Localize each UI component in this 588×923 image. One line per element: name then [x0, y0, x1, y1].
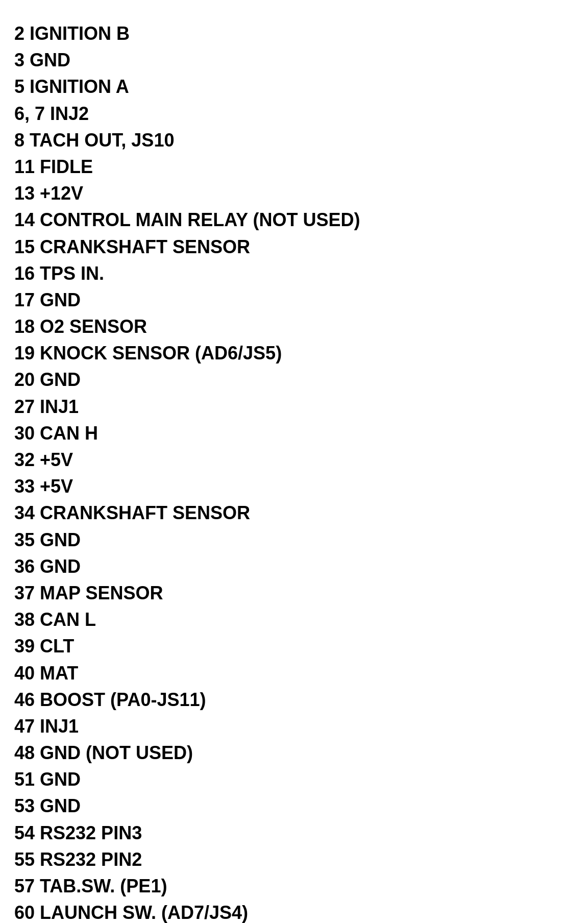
pin-37: 37 MAP SENSOR [14, 580, 574, 606]
pin-39: 39 CLT [14, 633, 574, 660]
pin-list: 2 IGNITION B3 GND5 IGNITION A6, 7 INJ28 … [14, 20, 574, 923]
pin-54: 54 RS232 PIN3 [14, 820, 574, 846]
pin-35: 35 GND [14, 527, 574, 553]
pin-40: 40 MAT [14, 660, 574, 687]
pin-27: 27 INJ1 [14, 394, 574, 420]
pin-6-7: 6, 7 INJ2 [14, 101, 574, 127]
pin-15: 15 CRANKSHAFT SENSOR [14, 234, 574, 260]
pin-38: 38 CAN L [14, 606, 574, 633]
pin-55: 55 RS232 PIN2 [14, 846, 574, 873]
pin-46: 46 BOOST (PA0-JS11) [14, 687, 574, 713]
pin-16: 16 TPS IN. [14, 260, 574, 287]
pin-3: 3 GND [14, 47, 574, 74]
pin-18: 18 O2 SENSOR [14, 313, 574, 340]
pin-51: 51 GND [14, 766, 574, 793]
pin-2: 2 IGNITION B [14, 20, 574, 47]
pin-36: 36 GND [14, 553, 574, 580]
pin-57: 57 TAB.SW. (PE1) [14, 873, 574, 900]
pin-33: 33 +5V [14, 473, 574, 500]
pin-47: 47 INJ1 [14, 713, 574, 740]
pin-48: 48 GND (NOT USED) [14, 740, 574, 766]
pin-32: 32 +5V [14, 447, 574, 473]
pin-34: 34 CRANKSHAFT SENSOR [14, 500, 574, 526]
pin-5: 5 IGNITION A [14, 74, 574, 100]
pin-19: 19 KNOCK SENSOR (AD6/JS5) [14, 340, 574, 367]
pin-13: 13 +12V [14, 180, 574, 207]
pin-17: 17 GND [14, 287, 574, 313]
pin-30: 30 CAN H [14, 420, 574, 447]
pin-8: 8 TACH OUT, JS10 [14, 127, 574, 154]
pin-20: 20 GND [14, 367, 574, 393]
pin-60: 60 LAUNCH SW. (AD7/JS4) [14, 900, 574, 923]
pin-53: 53 GND [14, 793, 574, 819]
pin-14: 14 CONTROL MAIN RELAY (NOT USED) [14, 207, 574, 233]
pin-11: 11 FIDLE [14, 154, 574, 180]
